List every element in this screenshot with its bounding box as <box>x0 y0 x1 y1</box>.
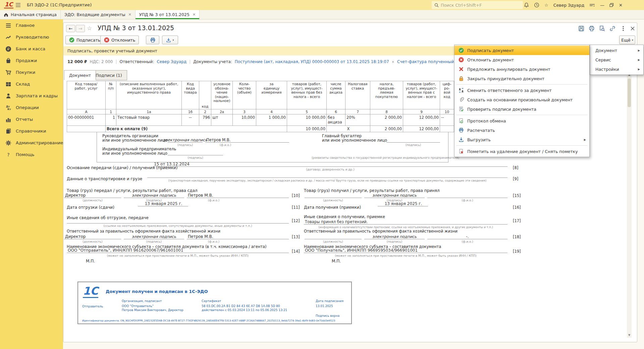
favorites-star-icon[interactable]: ☆ <box>544 3 548 8</box>
submenu-arrow-icon: ▶ <box>584 138 586 141</box>
sidebar-item-sales[interactable]: Продажи <box>0 55 63 66</box>
menu-item-decline-document[interactable]: Отклонить документ <box>454 55 589 64</box>
back-button[interactable]: ← <box>66 25 75 32</box>
more-menu: Документ ▶ Сервис ▶ Настройки ▶ <box>590 45 644 75</box>
kebab-menu-icon[interactable] <box>620 26 627 32</box>
sidebar-item-references[interactable]: Справочники <box>0 125 63 137</box>
tab-home[interactable]: Начальная страница <box>0 10 61 19</box>
dropdown-arrow-icon: ▾ <box>172 39 174 42</box>
forward-button[interactable]: → <box>76 25 85 32</box>
menu-item-sign-document[interactable]: Подписать документ <box>454 46 589 55</box>
ship-date-label: Дата отгрузки (сдачи) <box>67 205 114 210</box>
search-placeholder: Поиск Ctrl+Shift+F <box>441 3 482 8</box>
submenu-arrow-icon: ▶ <box>638 49 640 52</box>
main-menu-icon[interactable] <box>15 3 21 7</box>
sidebar-item-bank[interactable]: ₽ Банк и касса <box>0 43 63 55</box>
signature-field <box>386 137 440 143</box>
stamp-title: Документ получен и подписан в 1С-ЭДО <box>106 289 208 294</box>
more-menu-item-document[interactable]: Документ ▶ <box>590 46 643 55</box>
menu-item-print[interactable]: Распечатать <box>454 126 589 135</box>
upd-table: Код товара/ работ, услуг № п/п (описание… <box>67 81 477 132</box>
signature-field: электронная подпись <box>168 137 203 143</box>
tab-close-icon[interactable]: ✕ <box>128 12 131 17</box>
menu-separator <box>457 84 587 85</box>
preview-icon[interactable] <box>599 26 606 32</box>
menu-icon <box>5 22 11 29</box>
dt-kt-icon: ДтКт <box>5 105 11 111</box>
tab-signatures[interactable]: Подписи (1) <box>91 70 127 80</box>
sidebar-item-main[interactable]: Главное <box>0 19 63 31</box>
save-icon[interactable] <box>578 26 585 32</box>
accounting-doc-link[interactable]: Поступление (акт, накладная, УПД) 0000-0… <box>235 59 389 64</box>
document-vat: НДС: 2 000 <box>90 59 113 64</box>
dropdown-arrow-icon: ▾ <box>632 39 633 42</box>
more-menu-item-service[interactable]: Сервис ▶ <box>590 55 643 64</box>
responsible-fact-label: Ответственный за правильность оформления… <box>67 229 220 234</box>
menu-item-propose-annul[interactable]: Предложить аннулировать документ <box>454 64 589 74</box>
sidebar-item-administration[interactable]: Администрирование <box>0 137 63 149</box>
service-settings-icon[interactable] <box>589 3 595 7</box>
close-window-button[interactable]: ✕ <box>619 3 623 8</box>
sidebar-item-operations[interactable]: ДтКт Операции <box>0 102 63 113</box>
scroll-down-icon[interactable]: ▼ <box>627 333 632 338</box>
menu-item-mark-deletion[interactable]: Пометить на удаление документ / Снять по… <box>454 147 589 156</box>
gear-icon <box>5 140 11 146</box>
sidebar-item-manager[interactable]: Руководителю <box>0 31 63 43</box>
tab-upd-label: УПД № 3 от 13.01.2025 <box>139 12 190 17</box>
favorite-star-icon[interactable]: ☆ <box>87 25 92 32</box>
export-button[interactable]: ▾ <box>162 36 178 44</box>
sidebar: Главное Руководителю ₽ Банк и касса Прод… <box>0 19 63 349</box>
submenu-arrow-icon: ▶ <box>638 68 640 71</box>
claims-field: Товары принял без претензий. <box>304 218 507 225</box>
main-tab-bar: Начальная страница ЭДО: Входящие докумен… <box>0 10 644 19</box>
more-button[interactable]: Ещё ▾ <box>619 36 635 44</box>
close-document-icon[interactable] <box>630 26 636 32</box>
responsible-link[interactable]: Север Эдуард <box>157 59 186 64</box>
sidebar-item-warehouse[interactable]: Склад <box>0 78 63 90</box>
menu-item-change-responsible[interactable]: Сменить ответственного за документ <box>454 86 589 95</box>
tab-document[interactable]: Документ <box>64 70 96 80</box>
print-button[interactable] <box>146 36 159 44</box>
tab-upd-document[interactable]: УПД № 3 от 13.01.2025 ✕ <box>136 10 200 19</box>
link-icon[interactable] <box>609 26 616 32</box>
sidebar-item-help[interactable]: ? Помощь <box>0 149 63 160</box>
tab-close-icon[interactable]: ✕ <box>193 12 196 17</box>
menu-item-exchange-protocol[interactable]: Протокол обмена <box>454 116 589 126</box>
trend-icon <box>5 34 11 40</box>
more-menu-item-settings[interactable]: Настройки ▶ <box>590 64 643 74</box>
table-header-row: Код товара/ работ, услуг № п/п (описание… <box>67 81 477 109</box>
goods-received-title: Товар (груз) получил / услуги, результат… <box>304 188 440 193</box>
menu-item-verify-signatures[interactable]: Проверить подписи документа <box>454 104 589 114</box>
tab-edo-incoming[interactable]: ЭДО: Входящие документы ✕ <box>61 10 136 19</box>
menu-item-force-close[interactable]: Закрыть принудительно документ <box>454 74 589 83</box>
vertical-scrollbar[interactable]: ▲ ▼ <box>627 72 632 338</box>
decline-button[interactable]: Отклонить <box>100 36 139 44</box>
notifications-bell-icon[interactable] <box>524 2 529 8</box>
scrollbar-thumb[interactable] <box>628 79 631 107</box>
search-icon <box>434 3 439 7</box>
printer-icon <box>459 128 464 133</box>
print-icon[interactable] <box>589 26 595 32</box>
help-icon: ? <box>5 152 11 158</box>
title-bar: 1С БП ЭДО-2 (1С:Предприятие) Поиск Ctrl+… <box>0 0 644 10</box>
signature-box: Руководитель организации или иное уполно… <box>97 132 448 162</box>
remove-doc-icon[interactable]: ✕ <box>392 60 394 64</box>
ship-date-field: 13 января 2025 г. <box>138 200 188 206</box>
sidebar-item-hr[interactable]: Зарплата и кадры <box>0 90 63 102</box>
menu-item-create-based-on[interactable]: Создать на основании произвольный докуме… <box>454 95 589 104</box>
accounting-docs-label: Документы учета: <box>193 59 232 64</box>
responsible-label: Ответственный: <box>120 59 154 64</box>
sidebar-item-purchases[interactable]: Покупки <box>0 66 63 78</box>
edo-stamp: 1С Документ получен и подписан в 1С-ЭДО … <box>77 282 352 324</box>
menu-item-export[interactable]: Выгрузить ▶ <box>454 135 589 144</box>
restore-button[interactable] <box>609 3 614 7</box>
sign-button[interactable]: Подписать <box>65 36 104 44</box>
current-user[interactable]: Север Эдуард <box>553 3 584 8</box>
search-input[interactable]: Поиск Ctrl+Shift+F <box>432 1 523 9</box>
red-cross-icon <box>459 66 464 72</box>
cart-icon <box>5 69 11 76</box>
sidebar-item-reports[interactable]: Отчеты <box>0 113 63 125</box>
delete-mark-icon <box>459 149 464 154</box>
minimize-button[interactable]: — <box>600 3 604 8</box>
history-icon[interactable] <box>534 2 539 8</box>
